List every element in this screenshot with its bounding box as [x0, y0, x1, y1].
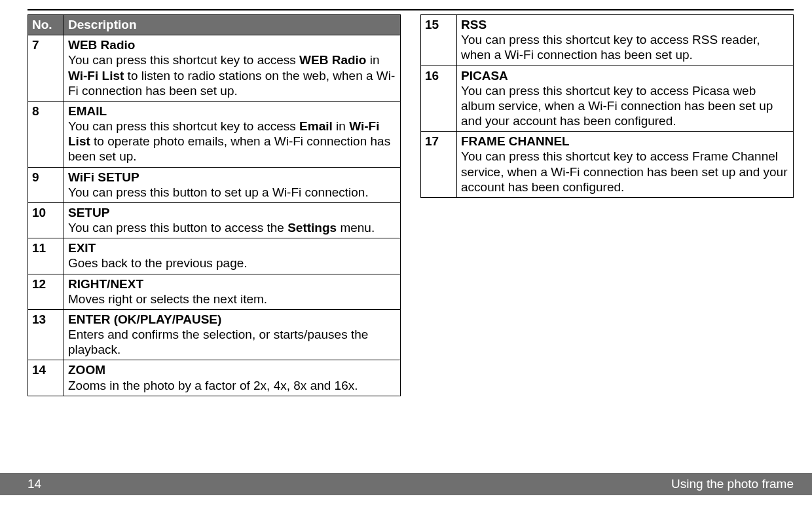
row-desc-text: You can press this button to access the … [68, 221, 375, 235]
row-title: ENTER (OK/PLAY/PAUSE) [68, 312, 221, 326]
row-number: 11 [28, 238, 64, 274]
page-footer: 14 Using the photo frame [0, 473, 812, 495]
table-row: 11EXITGoes back to the previous page. [28, 238, 401, 274]
table-row: 10SETUPYou can press this button to acce… [28, 202, 401, 238]
row-description: EXITGoes back to the previous page. [64, 238, 401, 274]
col-header-desc: Description [64, 15, 401, 35]
table-row: 14ZOOMZooms in the photo by a factor of … [28, 360, 401, 396]
row-desc-text: You can press this button to set up a Wi… [68, 185, 369, 199]
table-row: 7WEB RadioYou can press this shortcut ke… [28, 35, 401, 102]
table-row: 13ENTER (OK/PLAY/PAUSE)Enters and confir… [28, 309, 401, 360]
table-row: 16PICASAYou can press this shortcut key … [421, 66, 794, 132]
row-title: RSS [461, 18, 487, 31]
row-title: FRAME CHANNEL [461, 134, 570, 148]
row-description: WiFi SETUPYou can press this button to s… [64, 167, 401, 202]
row-title: PICASA [461, 69, 508, 83]
row-desc-text: You can press this shortcut key to acces… [461, 33, 760, 62]
page-number: 14 [28, 477, 41, 491]
table-row: 8EMAILYou can press this shortcut key to… [28, 101, 401, 167]
row-description: PICASAYou can press this shortcut key to… [457, 66, 794, 132]
col-header-no: No. [28, 15, 64, 35]
row-desc-text: Goes back to the previous page. [68, 256, 248, 270]
row-desc-text: You can press this shortcut key to acces… [461, 149, 788, 193]
row-desc-text: Enters and confirms the selection, or st… [68, 328, 368, 356]
remote-functions-table-right: 15RSSYou can press this shortcut key to … [420, 14, 794, 198]
row-number: 8 [28, 101, 64, 167]
row-number: 17 [421, 132, 457, 198]
row-description: RIGHT/NEXTMoves right or selects the nex… [64, 274, 401, 309]
row-description: EMAILYou can press this shortcut key to … [64, 101, 401, 167]
row-desc-text: Zooms in the photo by a factor of 2x, 4x… [68, 379, 358, 392]
section-title: Using the photo frame [671, 477, 794, 491]
row-description: RSSYou can press this shortcut key to ac… [457, 15, 794, 66]
top-rule [28, 9, 794, 10]
table-row: 12RIGHT/NEXTMoves right or selects the n… [28, 274, 401, 309]
row-title: ZOOM [68, 363, 105, 377]
row-number: 14 [28, 360, 64, 396]
table-row: 15RSSYou can press this shortcut key to … [421, 15, 794, 66]
row-description: ZOOMZooms in the photo by a factor of 2x… [64, 360, 401, 396]
row-number: 10 [28, 202, 64, 238]
row-number: 16 [421, 66, 457, 132]
row-title: SETUP [68, 206, 109, 219]
row-title: EMAIL [68, 104, 107, 118]
row-desc-text: You can press this shortcut key to acces… [68, 119, 390, 163]
row-desc-text: Moves right or selects the next item. [68, 292, 267, 306]
remote-functions-table-left: No. Description 7WEB RadioYou can press … [28, 14, 401, 396]
row-number: 7 [28, 35, 64, 102]
row-description: SETUPYou can press this button to access… [64, 202, 401, 238]
row-number: 12 [28, 274, 64, 309]
row-description: FRAME CHANNELYou can press this shortcut… [457, 132, 794, 198]
row-title: WEB Radio [68, 38, 135, 52]
row-description: ENTER (OK/PLAY/PAUSE)Enters and confirms… [64, 309, 401, 360]
row-number: 9 [28, 167, 64, 202]
row-desc-text: You can press this shortcut key to acces… [68, 53, 395, 97]
table-row: 9WiFi SETUPYou can press this button to … [28, 167, 401, 202]
row-description: WEB RadioYou can press this shortcut key… [64, 35, 401, 102]
row-number: 13 [28, 309, 64, 360]
row-title: RIGHT/NEXT [68, 277, 143, 291]
table-row: 17FRAME CHANNELYou can press this shortc… [421, 132, 794, 198]
row-desc-text: You can press this shortcut key to acces… [461, 84, 773, 128]
row-number: 15 [421, 15, 457, 66]
row-title: EXIT [68, 241, 96, 255]
row-title: WiFi SETUP [68, 170, 139, 184]
